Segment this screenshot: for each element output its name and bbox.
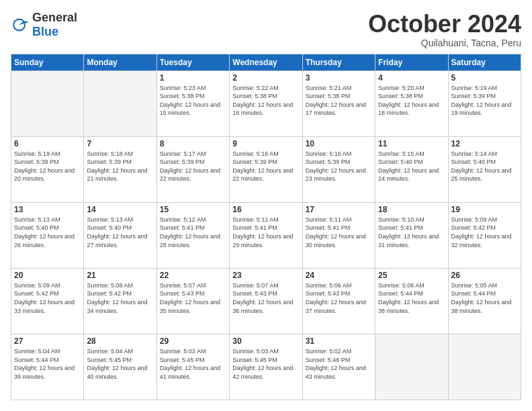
logo-blue: Blue xyxy=(32,25,58,38)
header: General Blue October 2024 Quilahuani, Ta… xyxy=(11,11,521,48)
day-info: Sunrise: 5:16 AMSunset: 5:39 PMDaylight:… xyxy=(306,150,372,183)
day-info: Sunrise: 5:20 AMSunset: 5:38 PMDaylight:… xyxy=(378,84,445,118)
calendar-day-cell: 9Sunrise: 5:16 AMSunset: 5:39 PMDaylight… xyxy=(230,136,302,202)
weekday-row: SundayMondayTuesdayWednesdayThursdayFrid… xyxy=(11,54,521,71)
day-number: 30 xyxy=(232,336,299,346)
day-number: 28 xyxy=(87,336,153,346)
day-number: 15 xyxy=(160,205,226,214)
day-number: 14 xyxy=(87,205,153,214)
calendar-week-row: 27Sunrise: 5:04 AMSunset: 5:44 PMDayligh… xyxy=(11,334,521,400)
day-info: Sunrise: 5:12 AMSunset: 5:41 PMDaylight:… xyxy=(160,216,226,249)
day-number: 10 xyxy=(306,139,372,148)
calendar-day-cell xyxy=(448,334,521,400)
day-info: Sunrise: 5:06 AMSunset: 5:44 PMDaylight:… xyxy=(378,281,445,315)
day-number: 9 xyxy=(232,139,299,148)
calendar-day-cell: 5Sunrise: 5:19 AMSunset: 5:39 PMDaylight… xyxy=(448,71,521,136)
calendar-day-cell: 27Sunrise: 5:04 AMSunset: 5:44 PMDayligh… xyxy=(11,334,84,400)
day-info: Sunrise: 5:03 AMSunset: 5:45 PMDaylight:… xyxy=(160,347,226,381)
calendar-day-cell: 23Sunrise: 5:07 AMSunset: 5:43 PMDayligh… xyxy=(230,268,302,334)
logo-general: General xyxy=(32,11,77,24)
day-info: Sunrise: 5:22 AMSunset: 5:38 PMDaylight:… xyxy=(232,84,299,118)
calendar-week-row: 13Sunrise: 5:13 AMSunset: 5:40 PMDayligh… xyxy=(11,202,521,268)
day-info: Sunrise: 5:23 AMSunset: 5:38 PMDaylight:… xyxy=(160,84,226,118)
day-number: 6 xyxy=(14,139,81,148)
calendar-day-cell: 14Sunrise: 5:13 AMSunset: 5:40 PMDayligh… xyxy=(84,202,157,268)
day-info: Sunrise: 5:15 AMSunset: 5:40 PMDaylight:… xyxy=(378,150,445,183)
calendar-day-cell: 15Sunrise: 5:12 AMSunset: 5:41 PMDayligh… xyxy=(157,202,229,268)
day-info: Sunrise: 5:13 AMSunset: 5:40 PMDaylight:… xyxy=(87,216,153,249)
logo: General Blue xyxy=(11,11,77,39)
calendar-day-cell: 4Sunrise: 5:20 AMSunset: 5:38 PMDaylight… xyxy=(375,71,448,136)
day-info: Sunrise: 5:19 AMSunset: 5:39 PMDaylight:… xyxy=(14,150,81,183)
calendar-header: SundayMondayTuesdayWednesdayThursdayFrid… xyxy=(11,54,521,71)
calendar-day-cell: 12Sunrise: 5:14 AMSunset: 5:40 PMDayligh… xyxy=(448,136,521,202)
weekday-header: Tuesday xyxy=(157,54,229,71)
day-info: Sunrise: 5:09 AMSunset: 5:42 PMDaylight:… xyxy=(14,281,81,315)
title-block: October 2024 Quilahuani, Tacna, Peru xyxy=(368,11,521,48)
calendar-day-cell: 21Sunrise: 5:08 AMSunset: 5:42 PMDayligh… xyxy=(84,268,157,334)
day-number: 4 xyxy=(378,73,445,83)
day-number: 1 xyxy=(160,73,226,83)
day-number: 2 xyxy=(232,73,299,83)
calendar-day-cell: 3Sunrise: 5:21 AMSunset: 5:38 PMDaylight… xyxy=(302,71,375,136)
calendar-day-cell: 20Sunrise: 5:09 AMSunset: 5:42 PMDayligh… xyxy=(11,268,84,334)
calendar-day-cell: 17Sunrise: 5:11 AMSunset: 5:41 PMDayligh… xyxy=(302,202,375,268)
day-info: Sunrise: 5:04 AMSunset: 5:45 PMDaylight:… xyxy=(87,347,153,381)
calendar-day-cell: 24Sunrise: 5:06 AMSunset: 5:43 PMDayligh… xyxy=(302,268,375,334)
calendar-day-cell: 11Sunrise: 5:15 AMSunset: 5:40 PMDayligh… xyxy=(375,136,448,202)
calendar-day-cell: 28Sunrise: 5:04 AMSunset: 5:45 PMDayligh… xyxy=(84,334,157,400)
calendar-day-cell: 30Sunrise: 5:03 AMSunset: 5:45 PMDayligh… xyxy=(230,334,302,400)
calendar-week-row: 1Sunrise: 5:23 AMSunset: 5:38 PMDaylight… xyxy=(11,71,521,136)
weekday-header: Friday xyxy=(375,54,448,71)
calendar-week-row: 6Sunrise: 5:19 AMSunset: 5:39 PMDaylight… xyxy=(11,136,521,202)
day-info: Sunrise: 5:19 AMSunset: 5:39 PMDaylight:… xyxy=(451,84,518,118)
day-info: Sunrise: 5:18 AMSunset: 5:39 PMDaylight:… xyxy=(87,150,153,183)
day-number: 22 xyxy=(160,271,226,280)
day-info: Sunrise: 5:03 AMSunset: 5:45 PMDaylight:… xyxy=(232,347,299,381)
weekday-header: Sunday xyxy=(11,54,84,71)
calendar-day-cell: 26Sunrise: 5:05 AMSunset: 5:44 PMDayligh… xyxy=(448,268,521,334)
day-number: 12 xyxy=(451,139,518,148)
page: General Blue October 2024 Quilahuani, Ta… xyxy=(0,0,532,411)
calendar-day-cell xyxy=(11,71,84,136)
logo-text: General Blue xyxy=(32,11,77,39)
day-info: Sunrise: 5:07 AMSunset: 5:43 PMDaylight:… xyxy=(160,281,226,315)
day-number: 24 xyxy=(306,271,372,280)
day-info: Sunrise: 5:13 AMSunset: 5:40 PMDaylight:… xyxy=(14,216,81,249)
day-info: Sunrise: 5:08 AMSunset: 5:42 PMDaylight:… xyxy=(87,281,153,315)
day-info: Sunrise: 5:17 AMSunset: 5:39 PMDaylight:… xyxy=(160,150,226,183)
calendar-day-cell: 31Sunrise: 5:02 AMSunset: 5:46 PMDayligh… xyxy=(302,334,375,400)
day-number: 25 xyxy=(378,271,445,280)
calendar-day-cell: 7Sunrise: 5:18 AMSunset: 5:39 PMDaylight… xyxy=(84,136,157,202)
day-number: 11 xyxy=(378,139,445,148)
calendar-day-cell: 22Sunrise: 5:07 AMSunset: 5:43 PMDayligh… xyxy=(157,268,229,334)
calendar-day-cell: 16Sunrise: 5:11 AMSunset: 5:41 PMDayligh… xyxy=(230,202,302,268)
day-info: Sunrise: 5:10 AMSunset: 5:41 PMDaylight:… xyxy=(378,216,445,249)
weekday-header: Thursday xyxy=(302,54,375,71)
calendar-body: 1Sunrise: 5:23 AMSunset: 5:38 PMDaylight… xyxy=(11,71,521,400)
day-info: Sunrise: 5:07 AMSunset: 5:43 PMDaylight:… xyxy=(232,281,299,315)
day-info: Sunrise: 5:06 AMSunset: 5:43 PMDaylight:… xyxy=(306,281,372,315)
day-info: Sunrise: 5:11 AMSunset: 5:41 PMDaylight:… xyxy=(306,216,372,249)
day-number: 31 xyxy=(306,336,372,346)
weekday-header: Monday xyxy=(84,54,157,71)
day-info: Sunrise: 5:16 AMSunset: 5:39 PMDaylight:… xyxy=(232,150,299,183)
day-number: 21 xyxy=(87,271,153,280)
day-number: 5 xyxy=(451,73,518,83)
calendar-day-cell: 2Sunrise: 5:22 AMSunset: 5:38 PMDaylight… xyxy=(230,71,302,136)
location-subtitle: Quilahuani, Tacna, Peru xyxy=(368,38,521,48)
day-number: 3 xyxy=(306,73,372,83)
calendar-day-cell: 19Sunrise: 5:09 AMSunset: 5:42 PMDayligh… xyxy=(448,202,521,268)
month-title: October 2024 xyxy=(368,11,521,38)
day-number: 19 xyxy=(451,205,518,214)
day-number: 17 xyxy=(306,205,372,214)
day-number: 26 xyxy=(451,271,518,280)
day-number: 20 xyxy=(14,271,81,280)
calendar-day-cell: 25Sunrise: 5:06 AMSunset: 5:44 PMDayligh… xyxy=(375,268,448,334)
day-info: Sunrise: 5:02 AMSunset: 5:46 PMDaylight:… xyxy=(306,347,372,381)
calendar-day-cell: 10Sunrise: 5:16 AMSunset: 5:39 PMDayligh… xyxy=(302,136,375,202)
calendar-day-cell: 29Sunrise: 5:03 AMSunset: 5:45 PMDayligh… xyxy=(157,334,229,400)
weekday-header: Saturday xyxy=(448,54,521,71)
calendar-day-cell: 1Sunrise: 5:23 AMSunset: 5:38 PMDaylight… xyxy=(157,71,229,136)
day-number: 27 xyxy=(14,336,81,346)
